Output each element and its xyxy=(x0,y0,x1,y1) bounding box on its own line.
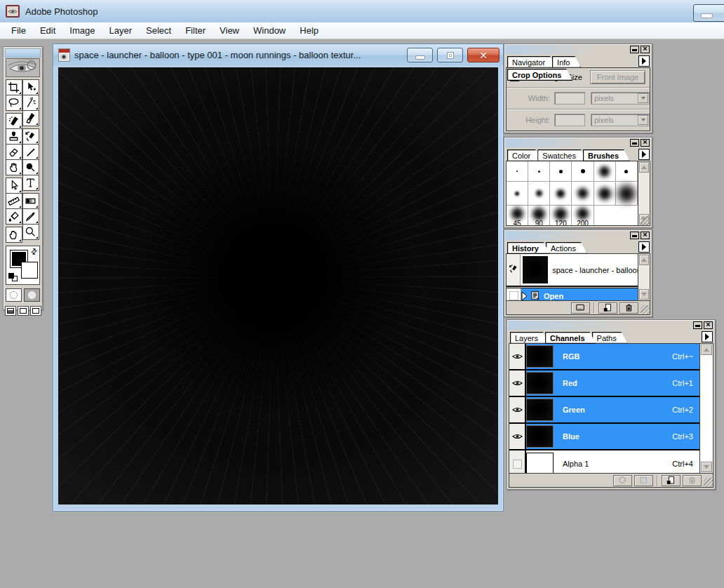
palette-minimize-button[interactable] xyxy=(693,321,702,329)
tool-hand[interactable] xyxy=(6,227,22,243)
tab-channels[interactable]: Channels xyxy=(545,332,596,344)
channel-row-green[interactable]: GreenCtrl+2 xyxy=(509,397,699,424)
brush-preset[interactable] xyxy=(528,161,550,182)
visibility-toggle[interactable] xyxy=(509,370,526,396)
width-unit-select[interactable]: pixels xyxy=(591,92,650,105)
menu-layer[interactable]: Layer xyxy=(102,22,140,39)
load-selection-button[interactable] xyxy=(613,475,632,486)
default-colors-icon[interactable] xyxy=(8,273,18,281)
menu-help[interactable]: Help xyxy=(293,22,326,39)
image-canvas[interactable] xyxy=(58,67,498,505)
front-image-button[interactable]: Front Image xyxy=(590,70,645,84)
scroll-up-button[interactable] xyxy=(639,255,649,265)
save-selection-button[interactable] xyxy=(634,475,653,486)
menu-image[interactable]: Image xyxy=(62,22,102,39)
brush-preset[interactable] xyxy=(550,161,572,182)
palette-menu-button[interactable] xyxy=(702,331,713,342)
palette-minimize-button[interactable] xyxy=(630,139,639,147)
scroll-down-button[interactable] xyxy=(639,289,649,300)
channels-scrollbar[interactable] xyxy=(699,344,713,473)
tool-pencil[interactable] xyxy=(22,144,39,160)
resize-grip[interactable] xyxy=(704,478,713,487)
scroll-up-button[interactable] xyxy=(639,162,649,173)
palette-minimize-button[interactable] xyxy=(630,232,639,239)
quick-mask-mode-button[interactable] xyxy=(24,288,40,302)
fullscreen-menu-mode-button[interactable] xyxy=(18,306,29,316)
tool-clone-stamp[interactable] xyxy=(6,128,22,145)
history-scrollbar[interactable] xyxy=(638,254,650,300)
height-unit-select[interactable]: pixels xyxy=(591,114,650,126)
channel-row-red[interactable]: RedCtrl+1 xyxy=(509,370,699,397)
tool-zoom[interactable] xyxy=(22,224,39,240)
visibility-toggle[interactable] xyxy=(509,424,526,449)
new-channel-button[interactable] xyxy=(662,475,681,486)
background-color-swatch[interactable] xyxy=(21,262,38,279)
brush-preset-200[interactable]: 200 xyxy=(572,206,594,226)
brush-preset[interactable] xyxy=(616,182,638,206)
menu-edit[interactable]: Edit xyxy=(33,22,62,39)
history-snapshot-row[interactable]: space - launcher - balloon ... xyxy=(507,254,650,286)
channel-row-rgb[interactable]: RGBCtrl+~ xyxy=(509,344,699,370)
toolbox-drag-bar[interactable] xyxy=(5,48,41,58)
tool-crop[interactable] xyxy=(6,79,22,95)
tab-paths[interactable]: Paths xyxy=(592,332,628,344)
visibility-toggle[interactable] xyxy=(509,344,526,369)
brush-preset[interactable] xyxy=(594,161,616,182)
window-minimize-button[interactable] xyxy=(693,4,724,22)
tab-navigator[interactable]: Navigator xyxy=(507,56,556,68)
new-document-button[interactable] xyxy=(598,302,617,314)
snapshot-thumbnail[interactable] xyxy=(523,256,548,283)
width-input[interactable] xyxy=(554,92,585,105)
palette-close-button[interactable] xyxy=(641,46,650,53)
tool-history-brush[interactable] xyxy=(22,128,39,145)
tool-move[interactable] xyxy=(22,79,39,95)
tool-type[interactable] xyxy=(22,175,39,191)
menu-view[interactable]: View xyxy=(213,22,246,39)
visibility-toggle[interactable] xyxy=(509,397,526,422)
menu-window[interactable]: Window xyxy=(246,22,293,39)
brush-preset-120[interactable]: 120 xyxy=(550,206,572,226)
menu-file[interactable]: File xyxy=(4,22,33,39)
palette-close-button[interactable] xyxy=(641,139,650,147)
tool-measure[interactable] xyxy=(6,193,22,209)
tab-brushes[interactable]: Brushes xyxy=(583,149,630,161)
brush-preset[interactable] xyxy=(507,182,528,206)
delete-state-button[interactable] xyxy=(619,302,638,314)
tool-paint-bucket[interactable] xyxy=(6,208,22,225)
channel-row-blue[interactable]: BlueCtrl+3 xyxy=(509,424,699,450)
brush-preset[interactable] xyxy=(550,182,572,206)
tab-color[interactable]: Color xyxy=(507,149,542,161)
document-minimize-button[interactable] xyxy=(407,48,433,62)
tab-actions[interactable]: Actions xyxy=(546,242,587,254)
brush-preset[interactable] xyxy=(616,161,638,182)
document-close-button[interactable]: ✕ xyxy=(467,48,500,62)
brush-preset-90[interactable]: 90 xyxy=(528,206,550,226)
palette-menu-button[interactable] xyxy=(638,241,650,253)
palette-close-button[interactable] xyxy=(704,321,713,329)
delete-channel-button[interactable] xyxy=(683,475,702,486)
tab-crop-options[interactable]: Crop Options xyxy=(507,69,572,81)
brush-preset[interactable] xyxy=(507,161,528,182)
scroll-down-button[interactable] xyxy=(701,462,712,472)
menu-filter[interactable]: Filter xyxy=(178,22,213,39)
tool-lasso[interactable] xyxy=(6,95,22,111)
palette-menu-button[interactable] xyxy=(638,149,650,160)
scroll-up-button[interactable] xyxy=(701,345,712,355)
history-brush-source-well[interactable] xyxy=(507,254,521,286)
resize-grip[interactable] xyxy=(641,216,650,225)
menu-select[interactable]: Select xyxy=(139,22,178,39)
tab-info[interactable]: Info xyxy=(552,56,581,68)
tab-history[interactable]: History xyxy=(507,242,550,254)
palette-menu-button[interactable] xyxy=(638,55,650,67)
tool-direct-select[interactable] xyxy=(6,178,22,194)
fullscreen-mode-button[interactable] xyxy=(30,306,41,316)
brush-preset[interactable] xyxy=(572,161,594,182)
brush-preset-45[interactable]: 45 xyxy=(507,206,528,226)
tab-layers[interactable]: Layers xyxy=(510,332,549,344)
document-titlebar[interactable]: space - launcher - balloon - type 001 - … xyxy=(53,44,503,66)
resize-grip[interactable] xyxy=(641,305,650,314)
tool-smudge[interactable] xyxy=(6,159,22,175)
tool-paintbrush[interactable] xyxy=(22,110,39,126)
standard-mode-button[interactable] xyxy=(6,288,22,302)
tool-eyedropper[interactable] xyxy=(22,208,39,225)
